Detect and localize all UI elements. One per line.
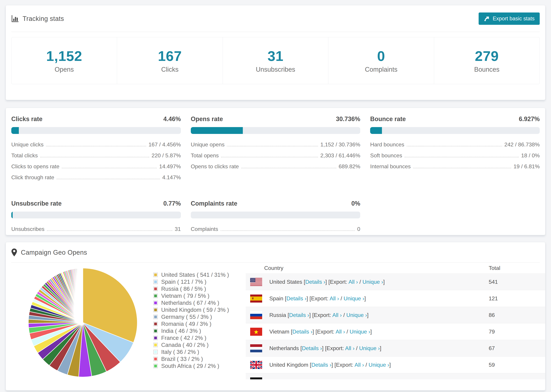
- rate-rows: Hard bounces242 / 86.738%Soft bounces18 …: [370, 141, 540, 170]
- geo-opens-card: Campaign Geo Opens United States ( 541 /…: [6, 242, 545, 391]
- legend-label: Brazil ( 33 / 2% ): [161, 356, 203, 362]
- country-links: Netherlands [Details ›] [Export: All › /…: [269, 345, 381, 351]
- stat-line: Unique clicks167 / 4.456%: [11, 141, 181, 149]
- country-cell: Russia [Details ›] [Export: All › / Uniq…: [246, 311, 489, 319]
- legend-item: India ( 46 / 3% ): [153, 327, 246, 334]
- details-link[interactable]: Details ›: [292, 329, 312, 335]
- stat-line: Soft bounces18 / 0%: [370, 152, 540, 160]
- geo-table-header: Country Total: [246, 263, 545, 274]
- stat-line-label: Unique opens: [191, 141, 225, 148]
- geo-pie-chart: [11, 263, 153, 390]
- export-basic-stats-button[interactable]: Export basic stats: [479, 13, 540, 25]
- stat-label: Complaints: [365, 66, 397, 73]
- stat-label: Opens: [55, 66, 74, 73]
- rate-block-unsubscribe-rate: Unsubscribe rate0.77%Unsubscribes31: [11, 200, 181, 237]
- legend-swatch: [153, 294, 158, 298]
- total-cell: 67: [489, 345, 545, 351]
- stat-line-label: Click through rate: [11, 174, 54, 181]
- legend-swatch: [153, 343, 158, 347]
- rate-rows: Unsubscribes31: [11, 226, 181, 233]
- legend-swatch: [153, 287, 158, 291]
- export-unique-link[interactable]: Unique ›: [344, 295, 364, 301]
- legend-item: Russia ( 86 / 5% ): [153, 285, 246, 292]
- country-cell: Spain [Details ›] [Export: All › / Uniqu…: [246, 294, 489, 302]
- dotted-leader: [57, 179, 160, 179]
- stat-line-value: 689.82%: [339, 163, 360, 170]
- details-link[interactable]: Details ›: [305, 279, 325, 285]
- legend-swatch: [153, 364, 158, 368]
- export-all-link[interactable]: All ›: [332, 312, 342, 318]
- legend-item: Vietnam ( 79 / 5% ): [153, 292, 246, 299]
- rate-value: 6.927%: [519, 115, 540, 123]
- stat-line-value: 14.497%: [159, 163, 181, 170]
- details-link[interactable]: Details ›: [311, 362, 331, 368]
- stat-line-label: Unique clicks: [11, 141, 44, 148]
- rate-rows: Unique clicks167 / 4.456%Total clicks220…: [11, 141, 181, 182]
- stat-line-label: Hard bounces: [370, 141, 404, 148]
- export-all-link[interactable]: All ›: [354, 362, 364, 368]
- stat-value: 31: [268, 48, 283, 64]
- flag-de-icon: [250, 378, 262, 379]
- export-unique-link[interactable]: Unique ›: [352, 378, 373, 379]
- country-links: Spain [Details ›] [Export: All › / Uniqu…: [269, 295, 366, 302]
- stat-line-value: 31: [175, 226, 181, 232]
- stat-line: Clicks to opens rate14.497%: [11, 163, 181, 170]
- export-unique-link[interactable]: Unique ›: [362, 279, 383, 285]
- legend-item: Brazil ( 33 / 2% ): [153, 355, 246, 362]
- tracking-stats-header: Tracking stats Export basic stats: [6, 5, 545, 32]
- dotted-leader: [407, 146, 502, 147]
- stat-line-label: Clicks to opens rate: [11, 163, 59, 170]
- rate-value: 0%: [351, 200, 360, 207]
- legend-label: Netherlands ( 67 / 4% ): [161, 300, 219, 306]
- details-link[interactable]: Details ›: [302, 345, 322, 351]
- stat-value: 0: [377, 48, 385, 64]
- progress-bar: [11, 127, 181, 134]
- stat-line-value: 18 / 0%: [521, 152, 540, 159]
- export-all-link[interactable]: All ›: [348, 279, 358, 285]
- legend-label: Italy ( 36 / 2% ): [161, 349, 199, 355]
- geo-opens-header: Campaign Geo Opens: [6, 242, 545, 262]
- legend-item: Italy ( 36 / 2% ): [153, 348, 246, 355]
- rates-card: Clicks rate4.46%Unique clicks167 / 4.456…: [6, 108, 545, 235]
- details-link[interactable]: Details ›: [295, 378, 315, 379]
- legend-label: Romania ( 49 / 3% ): [161, 321, 211, 327]
- details-link[interactable]: Details ›: [289, 312, 309, 318]
- export-icon: [484, 15, 490, 22]
- rate-value: 0.77%: [163, 200, 181, 207]
- pie-slice[interactable]: [83, 268, 83, 322]
- flag-vn-icon: [250, 328, 262, 336]
- export-all-link[interactable]: All ›: [345, 345, 354, 351]
- legend-label: South Africa ( 29 / 2% ): [161, 363, 219, 369]
- export-unique-link[interactable]: Unique ›: [346, 312, 367, 318]
- export-all-link[interactable]: All ›: [330, 295, 339, 301]
- legend-swatch: [153, 308, 158, 312]
- total-cell: 79: [489, 329, 545, 335]
- stat-line-label: Soft bounces: [370, 152, 402, 159]
- stat-line: Internal bounces19 / 6.81%: [370, 163, 540, 170]
- stat-line-value: 1,152 / 30.736%: [320, 141, 360, 148]
- export-unique-link[interactable]: Unique ›: [369, 362, 389, 368]
- stat-line-label: Complaints: [191, 226, 218, 232]
- stat-label: Unsubscribes: [256, 66, 295, 73]
- stat-line: Total clicks220 / 5.87%: [11, 152, 181, 160]
- summary-stat-opens: 1,152Opens: [11, 37, 117, 84]
- export-unique-link[interactable]: Unique ›: [359, 345, 380, 351]
- page-title: Tracking stats: [23, 15, 64, 22]
- country-cell: Germany [Details ›] [Export: All › / Uni…: [246, 378, 489, 379]
- legend-swatch: [153, 301, 158, 305]
- stat-line: Hard bounces242 / 86.738%: [370, 141, 540, 149]
- export-all-link[interactable]: All ›: [336, 329, 345, 335]
- geo-table-row: United States [Details ›] [Export: All ›…: [246, 274, 545, 290]
- stat-line-value: 220 / 5.87%: [152, 152, 181, 159]
- total-column-header: Total: [489, 265, 545, 271]
- legend-label: Russia ( 86 / 5% ): [161, 286, 206, 292]
- dotted-leader: [404, 157, 519, 157]
- geo-table-row: Russia [Details ›] [Export: All › / Uniq…: [246, 307, 545, 323]
- details-link[interactable]: Details ›: [286, 295, 306, 301]
- stat-line: Complaints0: [191, 226, 360, 233]
- export-all-link[interactable]: All ›: [338, 378, 347, 379]
- stat-line-label: Unsubscribes: [11, 226, 44, 232]
- progress-bar: [191, 211, 360, 218]
- export-unique-link[interactable]: Unique ›: [350, 329, 370, 335]
- geo-table-row: Germany [Details ›] [Export: All › / Uni…: [246, 373, 545, 379]
